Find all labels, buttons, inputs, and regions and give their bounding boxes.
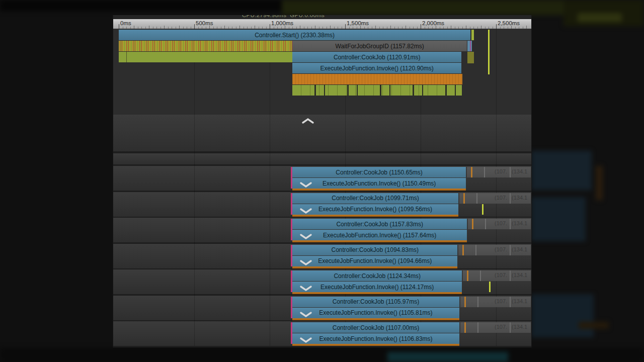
sample-bar-label: ExecuteJobFunction.Invoke() (1106.83ms) — [319, 335, 432, 342]
overflow-job-label: (134.1 — [512, 298, 527, 304]
timeline-sample-bar[interactable]: Controller.Start() (2330.38ms) — [119, 30, 470, 40]
sample-bar-label: Controller:CookJob (1120.91ms) — [334, 54, 421, 61]
overflow-tick-light — [477, 322, 478, 333]
worker-cookjob-bar[interactable]: Controller:CookJob (1094.83ms) — [292, 245, 457, 255]
ruler-tick — [194, 24, 195, 29]
selection-sliver-magenta — [291, 297, 292, 318]
overflow-segment-divider — [510, 270, 511, 281]
overflow-job-label: (107. — [495, 168, 507, 174]
overflow-tick-light — [477, 297, 478, 307]
sample-bar-label: Controller:CookJob (1105.97ms) — [333, 298, 420, 305]
sample-bar-label: ExecuteJobFunction.Invoke() (1124.17ms) — [320, 284, 434, 291]
selection-sliver-magenta — [291, 167, 292, 189]
overflow-job-label: (134.1 — [512, 272, 527, 278]
chevron-down-icon[interactable] — [299, 181, 312, 191]
timeline-sample-bar[interactable]: ExecuteJobFunction.Invoke() (1120.90ms) — [292, 63, 461, 73]
overflow-job-label: (107. — [495, 298, 507, 304]
timeline-sample-bar[interactable]: Controller:CookJob (1120.91ms) — [292, 52, 461, 62]
worker-invoke-bar[interactable]: ExecuteJobFunction.Invoke() (1099.56ms) — [292, 204, 458, 215]
worker-substripe-orange — [292, 240, 467, 242]
ruler-tick — [421, 24, 421, 29]
worker-invoke-bar[interactable]: ExecuteJobFunction.Invoke() (1106.83ms) — [292, 333, 459, 344]
ruler-tick — [270, 24, 270, 29]
worker-cookjob-bar[interactable]: Controller:CookJob (1099.71ms) — [292, 193, 458, 204]
timeline-sample-bar-unlabeled[interactable] — [292, 74, 462, 84]
worker-cookjob-bar[interactable]: Controller:CookJob (1107.00ms) — [292, 322, 459, 333]
time-ruler[interactable]: 0ms500ms1,000ms1,500ms2,000ms2,500ms — [113, 19, 531, 29]
backdrop-top-dark — [0, 0, 283, 11]
worker-invoke-bar[interactable]: ExecuteJobFunction.Invoke() (1124.17ms) — [292, 282, 462, 292]
overflow-job-label: (107. — [495, 324, 507, 330]
ruler-tick-label: 1,500ms — [347, 20, 369, 26]
chevron-down-icon[interactable] — [299, 285, 312, 294]
overflow-segment-divider — [510, 167, 511, 177]
worker-substripe-orange — [292, 318, 459, 320]
sample-bar-label: Controller:CookJob (1150.65ms) — [336, 169, 423, 176]
worker-invoke-bar[interactable]: ExecuteJobFunction.Invoke() (1150.49ms) — [292, 178, 466, 189]
sample-block-olive — [467, 52, 474, 63]
ruler-tick — [496, 24, 497, 29]
ruler-tick-label: 1,000ms — [271, 20, 293, 26]
chevron-down-icon[interactable] — [299, 336, 312, 346]
overflow-tick-orange — [463, 193, 465, 204]
backdrop-blue-2 — [531, 197, 586, 241]
overflow-segment-divider — [510, 219, 511, 229]
timeline-content: Controller.Start() (2330.38ms)WaitForJob… — [113, 29, 531, 347]
overflow-tick-orange — [462, 245, 464, 255]
backdrop-orange-smear-2 — [579, 322, 609, 329]
ruler-tick-label: 2,500ms — [498, 20, 520, 26]
worker-substripe-orange — [292, 215, 458, 217]
chevron-down-icon[interactable] — [299, 207, 312, 217]
worker-invoke-bar[interactable]: ExecuteJobFunction.Invoke() (1094.66ms) — [292, 256, 457, 266]
selection-sliver-magenta — [291, 270, 292, 292]
marker-line-yellow — [488, 30, 490, 74]
overflow-job-label: (134.1 — [512, 324, 527, 330]
worker-substripe-orange — [292, 344, 459, 346]
worker-substripe-orange — [292, 189, 466, 191]
timeline-sample-bar-unlabeled[interactable] — [292, 85, 462, 96]
backdrop-teal-glow — [387, 352, 508, 362]
sample-divider — [126, 52, 127, 62]
frame-summary-strip: CPU:2794.98ms GPU:0.00ms — [113, 15, 531, 19]
sample-bar-label: Controller:CookJob (1124.34ms) — [334, 273, 421, 280]
overflow-tick-orange — [467, 270, 468, 281]
lane-separator — [113, 346, 531, 347]
worker-substripe-orange — [292, 292, 462, 294]
chevron-down-icon[interactable] — [299, 311, 312, 320]
worker-cookjob-bar[interactable]: Controller:CookJob (1150.65ms) — [292, 167, 466, 177]
overflow-tick-light — [484, 167, 485, 177]
selection-sliver-magenta — [291, 219, 292, 240]
sample-sliver-green — [471, 30, 474, 40]
timeline-sample-bar-unlabeled[interactable] — [119, 52, 292, 62]
worker-cookjob-bar[interactable]: Controller:CookJob (1157.83ms) — [292, 219, 467, 229]
overflow-tick-orange — [464, 322, 466, 333]
gridline-500ms — [194, 29, 195, 346]
chevron-down-icon[interactable] — [299, 259, 312, 268]
overflow-job-label: (107. — [495, 246, 507, 252]
overflow-segment-divider — [510, 245, 511, 255]
ruler-tick-label: 500ms — [196, 20, 213, 26]
selection-sliver-magenta — [291, 193, 292, 215]
overflow-job-label: (107. — [495, 272, 507, 278]
selection-sliver-magenta — [291, 322, 292, 344]
backdrop-blue-1 — [531, 151, 592, 190]
worker-cookjob-bar[interactable]: Controller:CookJob (1124.34ms) — [292, 270, 462, 281]
ruler-tick-label: 0ms — [120, 20, 131, 26]
sample-bar-label: ExecuteJobFunction.Invoke() (1157.64ms) — [323, 232, 436, 239]
worker-invoke-bar[interactable]: ExecuteJobFunction.Invoke() (1157.64ms) — [292, 230, 467, 240]
ruler-tick — [345, 24, 346, 29]
marker-tick-yellow — [482, 204, 484, 215]
timeline-sample-bar-unlabeled[interactable] — [119, 41, 292, 51]
worker-cookjob-bar[interactable]: Controller:CookJob (1105.97ms) — [292, 297, 459, 307]
overflow-tick-orange — [471, 167, 472, 177]
chevron-up-icon[interactable] — [301, 117, 314, 127]
overflow-job-label: (107. — [495, 220, 507, 226]
timeline-sample-bar[interactable]: WaitForJobGroupID (1157.82ms) — [292, 41, 467, 51]
sample-sliver-purple — [470, 41, 471, 51]
sample-bar-label: Controller.Start() (2330.38ms) — [255, 32, 335, 39]
sample-bar-label: ExecuteJobFunction.Invoke() (1094.66ms) — [318, 257, 432, 264]
worker-invoke-bar[interactable]: ExecuteJobFunction.Invoke() (1105.81ms) — [292, 308, 459, 318]
chevron-down-icon[interactable] — [299, 233, 312, 242]
cpu-gpu-summary-label: CPU:2794.98ms GPU:0.00ms — [242, 15, 403, 18]
ruler-tick — [119, 24, 119, 29]
